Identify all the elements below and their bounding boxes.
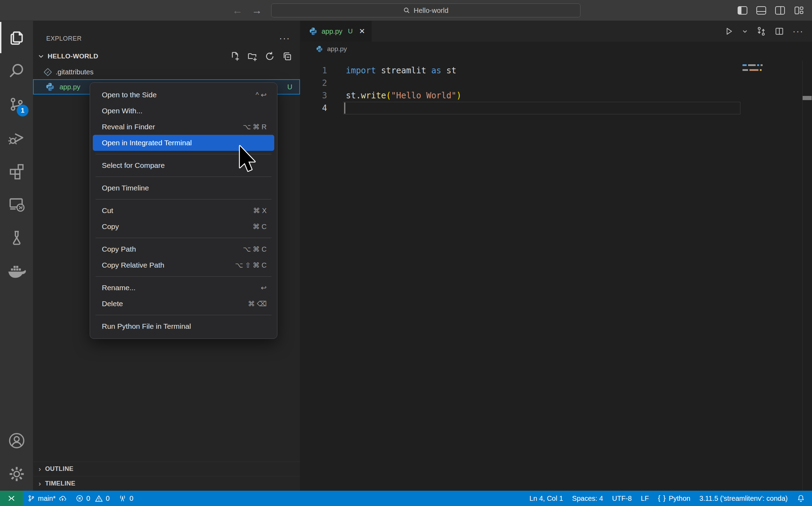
menu-item-cut[interactable]: Cut⌘ X <box>90 203 277 219</box>
context-menu: Open to the Side^ ↩ Open With... Reveal … <box>90 82 277 339</box>
errors-icon <box>76 495 83 502</box>
activity-bar: 1 <box>0 21 33 491</box>
new-folder-icon[interactable] <box>247 51 258 62</box>
menu-separator <box>96 315 271 315</box>
branch-name: main* <box>38 495 56 503</box>
toggle-secondary-sidebar-icon[interactable] <box>775 6 785 15</box>
menu-item-rename[interactable]: Rename...↩ <box>90 280 277 296</box>
editor-group: app.py U ✕ <box>300 21 812 491</box>
activity-run-debug[interactable] <box>0 121 33 154</box>
run-python-icon[interactable] <box>724 27 733 36</box>
branch-status[interactable]: main* <box>23 491 71 506</box>
gear-icon <box>8 465 25 483</box>
file-name: .gitattributes <box>56 68 94 76</box>
warnings-icon <box>95 495 103 503</box>
remote-explorer-icon <box>8 196 25 213</box>
remote-indicator[interactable] <box>0 491 23 506</box>
notifications-status[interactable] <box>792 491 812 506</box>
eol-status[interactable]: LF <box>636 491 653 506</box>
nav-forward-icon[interactable]: → <box>252 5 262 16</box>
open-changes-icon[interactable] <box>756 26 766 36</box>
menu-separator <box>96 238 271 238</box>
code-editor[interactable]: 1 import streamlit as st 2 3 st.write("H… <box>300 56 812 491</box>
menu-item-open-to-the-side[interactable]: Open to the Side^ ↩ <box>90 87 277 103</box>
encoding-status[interactable]: UTF-8 <box>608 491 636 506</box>
docker-icon <box>7 263 26 279</box>
activity-search[interactable] <box>0 54 33 88</box>
toggle-primary-sidebar-icon[interactable] <box>738 6 747 15</box>
code-line-2: 2 <box>300 77 812 89</box>
account-icon <box>8 432 25 449</box>
python-icon <box>46 82 55 91</box>
cursor-position-status[interactable]: Ln 4, Col 1 <box>525 491 568 506</box>
collapse-all-icon[interactable] <box>282 51 292 62</box>
tab-app-py[interactable]: app.py U ✕ <box>300 21 372 42</box>
line-number: 2 <box>300 77 327 89</box>
activity-remote-explorer[interactable] <box>0 188 33 221</box>
split-editor-icon[interactable] <box>775 27 784 36</box>
overview-ruler[interactable] <box>802 60 812 491</box>
minimap[interactable] <box>742 64 763 74</box>
menu-item-copy-path[interactable]: Copy Path⌥ ⌘ C <box>90 241 277 257</box>
folder-header-hello-world[interactable]: HELLO-WORLD <box>33 49 300 64</box>
menu-item-copy-relative-path[interactable]: Copy Relative Path⌥ ⇧ ⌘ C <box>90 257 277 273</box>
menu-item-open-with[interactable]: Open With... <box>90 103 277 119</box>
branch-icon <box>27 495 35 502</box>
language-status[interactable]: { } Python <box>653 491 695 506</box>
breadcrumb-item[interactable]: app.py <box>327 45 347 53</box>
outline-section-header[interactable]: › OUTLINE <box>33 462 300 476</box>
problems-status[interactable]: 0 0 <box>71 491 114 506</box>
python-interpreter-status[interactable]: 3.11.5 ('streamlitenv': conda) <box>695 491 792 506</box>
menu-item-run-python-file-in-terminal[interactable]: Run Python File in Terminal <box>90 318 277 334</box>
error-count: 0 <box>86 495 90 503</box>
ports-count: 0 <box>129 495 133 503</box>
indentation-status[interactable]: Spaces: 4 <box>568 491 608 506</box>
search-sidebar-icon <box>8 62 25 80</box>
menu-item-reveal-in-finder[interactable]: Reveal in Finder⌥ ⌘ R <box>90 119 277 135</box>
menu-item-copy[interactable]: Copy⌘ C <box>90 219 277 235</box>
scm-badge: 1 <box>17 105 29 116</box>
close-icon[interactable]: ✕ <box>359 27 365 35</box>
menu-separator <box>96 276 271 277</box>
git-icon <box>45 69 51 75</box>
tab-modified-badge: U <box>348 27 353 35</box>
publish-cloud-icon <box>58 494 67 503</box>
activity-docker[interactable] <box>0 254 33 288</box>
timeline-section-header[interactable]: › TIMELINE <box>33 476 300 491</box>
activity-explorer[interactable] <box>0 21 33 54</box>
status-bar: main* 0 0 0 <box>0 491 812 506</box>
sidebar-title: EXPLORER <box>46 35 82 42</box>
testing-beaker-icon <box>8 229 25 246</box>
line-number: 4 <box>300 102 327 114</box>
refresh-icon[interactable] <box>265 51 275 62</box>
more-actions-icon[interactable]: ··· <box>793 26 804 37</box>
menu-item-delete[interactable]: Delete⌘ ⌫ <box>90 296 277 312</box>
activity-settings[interactable] <box>0 457 33 491</box>
activity-extensions[interactable] <box>0 154 33 188</box>
activity-testing[interactable] <box>0 221 33 254</box>
ports-status[interactable]: 0 <box>114 491 138 506</box>
customize-layout-icon[interactable] <box>794 6 804 15</box>
run-dropdown-chevron-icon[interactable] <box>742 28 748 34</box>
line-number: 1 <box>300 64 327 77</box>
menu-item-open-timeline[interactable]: Open Timeline <box>90 180 277 196</box>
code-line-3: 3 st.write("Hello World") <box>300 89 812 102</box>
breadcrumb[interactable]: app.py <box>300 42 812 56</box>
sidebar-bottom-sections: › OUTLINE › TIMELINE <box>33 462 300 491</box>
command-center-search[interactable]: Hello-world <box>271 3 580 17</box>
remote-icon <box>7 494 16 503</box>
active-indicator <box>0 22 1 53</box>
warning-count: 0 <box>106 495 109 503</box>
new-file-icon[interactable] <box>230 51 240 62</box>
tab-label: app.py <box>322 27 342 35</box>
run-debug-icon <box>8 129 25 146</box>
chevron-down-icon <box>38 53 44 59</box>
activity-account[interactable] <box>0 424 33 457</box>
explorer-more-actions-icon[interactable]: ··· <box>279 33 290 44</box>
current-line-highlight <box>343 102 740 114</box>
activity-source-control[interactable]: 1 <box>0 88 33 121</box>
menu-separator <box>96 199 271 199</box>
file-row-gitattributes[interactable]: .gitattributes <box>33 65 300 79</box>
toggle-panel-icon[interactable] <box>756 6 766 15</box>
nav-back-icon[interactable]: ← <box>232 5 243 16</box>
